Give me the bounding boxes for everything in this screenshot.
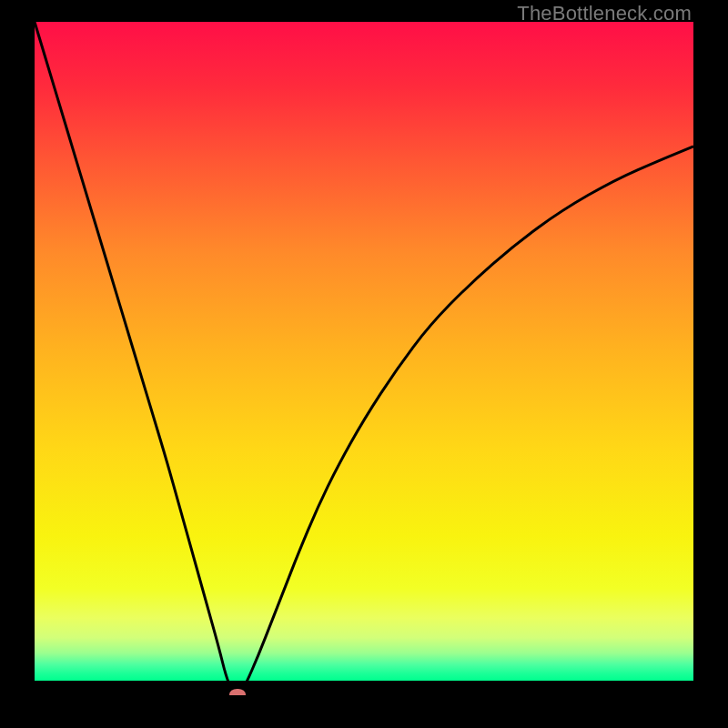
minimum-marker [229, 689, 246, 695]
chart-frame: TheBottleneck.com [0, 0, 728, 728]
bottleneck-curve [35, 22, 693, 695]
plot-area [35, 22, 693, 695]
